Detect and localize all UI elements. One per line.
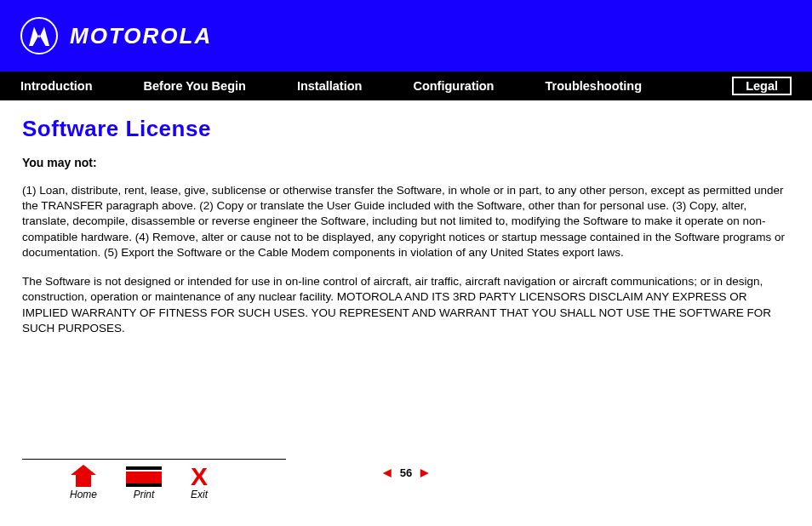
brand-logo: MOTOROLA (20, 17, 212, 54)
prev-page-icon[interactable] (383, 469, 392, 477)
nav-bar: Introduction Before You Begin Installati… (0, 71, 812, 100)
page-title: Software License (22, 116, 790, 142)
page-number: 56 (400, 466, 412, 479)
home-button[interactable]: Home (70, 465, 97, 500)
next-page-icon[interactable] (420, 469, 429, 477)
print-button[interactable]: Print (126, 466, 162, 500)
disclaimer-paragraph: The Software is not designed or intended… (22, 274, 790, 336)
nav-before-you-begin[interactable]: Before You Begin (144, 79, 246, 93)
brand-wordmark: MOTOROLA (70, 23, 212, 49)
nav-troubleshooting[interactable]: Troubleshooting (545, 79, 642, 93)
nav-legal-active[interactable]: Legal (732, 77, 792, 95)
nav-configuration[interactable]: Configuration (413, 79, 494, 93)
home-icon (71, 465, 96, 487)
footer-icons: Home Print X Exit (70, 465, 208, 500)
nav-introduction[interactable]: Introduction (20, 79, 93, 93)
print-label: Print (134, 489, 155, 500)
header-bar: MOTOROLA (0, 0, 812, 71)
footer-divider (22, 459, 286, 460)
motorola-m-icon (20, 17, 58, 54)
footer-row: Home Print X Exit 56 (22, 465, 790, 500)
restrictions-paragraph: (1) Loan, distribute, rent, lease, give,… (22, 183, 790, 260)
page-navigator: 56 (383, 466, 429, 479)
exit-button[interactable]: X Exit (191, 466, 208, 500)
exit-icon: X (191, 466, 208, 487)
m-batwing-icon (26, 23, 52, 49)
section-subhead: You may not: (22, 156, 790, 169)
exit-label: Exit (191, 489, 208, 500)
nav-items: Introduction Before You Begin Installati… (20, 79, 642, 93)
nav-installation[interactable]: Installation (297, 79, 363, 93)
home-label: Home (70, 489, 97, 500)
print-icon (126, 466, 162, 487)
footer: Home Print X Exit 56 (22, 459, 790, 500)
page-content: Software License You may not: (1) Loan, … (0, 100, 812, 336)
